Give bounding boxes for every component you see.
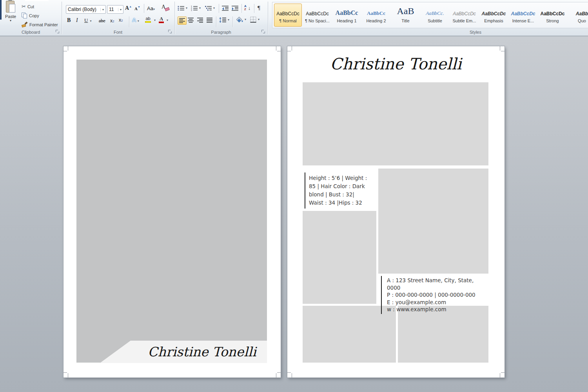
mini-separator xyxy=(254,4,254,13)
styles-group-label: Styles xyxy=(444,30,507,34)
font-size-dropdown-arrow[interactable]: ▾ xyxy=(118,8,122,11)
align-center-button[interactable] xyxy=(188,18,194,23)
mini-separator xyxy=(241,4,242,13)
format-painter-button[interactable]: Format Painter xyxy=(22,20,58,29)
paste-button[interactable]: Paste ▾ xyxy=(2,0,19,29)
borders-arrow[interactable]: ▾ xyxy=(258,18,260,21)
style-item-emphasis[interactable]: AaBbCcDc Emphasis xyxy=(480,4,508,27)
font-name-combobox[interactable]: Calibri (Body) ▾ xyxy=(66,5,106,14)
font-name-value: Calibri (Body) xyxy=(68,7,96,12)
shrink-font-button[interactable]: A ▼ xyxy=(134,6,140,11)
model-stats-text[interactable]: Height : 5’6 | Weight : 85 | Hair Color … xyxy=(305,172,381,209)
text-highlight-arrow[interactable]: ▾ xyxy=(154,19,156,22)
strikethrough-button[interactable]: abe xyxy=(99,18,105,24)
change-case-icon: Aa xyxy=(147,5,153,11)
paste-dropdown-arrow[interactable]: ▾ xyxy=(2,19,19,22)
clear-formatting-button[interactable]: A xyxy=(162,4,169,11)
superscript-button[interactable]: x2 xyxy=(119,17,123,23)
model-name-text[interactable]: Christine Tonelli xyxy=(148,344,256,359)
text-effects-button[interactable]: A ▾ xyxy=(132,16,139,23)
font-size-combobox[interactable]: 11 ▾ xyxy=(107,5,123,14)
font-color-button[interactable]: A xyxy=(159,16,164,23)
text-highlight-button[interactable]: ab xyxy=(145,16,151,23)
style-sample: AaBbCcDc xyxy=(510,4,537,17)
bold-button[interactable]: B xyxy=(67,17,71,24)
style-item-subtitle[interactable]: AaBbCc. Subtitle xyxy=(421,4,449,27)
shading-arrow[interactable]: ▾ xyxy=(245,18,246,21)
italic-button[interactable]: I xyxy=(76,17,78,24)
bold-icon: B xyxy=(67,17,71,24)
style-label: Emphasis xyxy=(484,17,503,23)
line-spacing-arrow[interactable]: ▾ xyxy=(228,18,229,22)
multilevel-list-button[interactable]: ▾ xyxy=(205,5,215,11)
underline-button[interactable]: U ▾ xyxy=(84,17,91,24)
cut-button[interactable]: ✂ Cut xyxy=(22,2,34,11)
style-sample: AaBbCcDc xyxy=(539,4,566,17)
style-item-heading2[interactable]: AaBbCc Heading 2 xyxy=(362,4,390,27)
photo-placeholder-right[interactable] xyxy=(378,169,488,274)
page2-title[interactable]: Christine Tonelli xyxy=(287,55,505,73)
photo-placeholder-top[interactable] xyxy=(303,82,488,165)
paragraph-dialog-launcher[interactable] xyxy=(261,30,265,34)
photo-placeholder-bottom-left[interactable] xyxy=(303,306,396,363)
clipboard-dialog-launcher[interactable] xyxy=(56,30,60,34)
change-case-button[interactable]: Aa ▾ xyxy=(147,5,155,11)
crop-mark xyxy=(500,46,500,51)
photo-placeholder-left[interactable] xyxy=(303,211,376,304)
contact-info-text[interactable]: A : 123 Street Name, City, State, 0000 P… xyxy=(381,276,483,314)
bullets-button[interactable]: ▾ xyxy=(178,5,187,11)
align-right-button[interactable] xyxy=(197,18,203,23)
style-sample: AaB xyxy=(392,4,419,17)
font-dialog-launcher[interactable] xyxy=(168,30,172,34)
paragraph-group-label: Paragraph xyxy=(174,30,268,34)
grow-font-button[interactable]: A ▲ xyxy=(125,5,132,11)
sort-button[interactable]: A Z ↓ xyxy=(244,5,250,11)
paste-label: Paste xyxy=(2,14,19,19)
shading-button[interactable]: ▾ xyxy=(236,16,246,23)
numbering-icon: 1 2 3 xyxy=(191,5,198,11)
style-item-subtle-emphasis[interactable]: AaBbCcDc Subtle Em... xyxy=(450,4,478,27)
pilcrow-icon: ¶ xyxy=(258,5,260,11)
styles-gallery: AaBbCcDc ¶ Normal AaBbCcDc ¶ No Spaci...… xyxy=(272,2,588,28)
font-name-dropdown-arrow[interactable]: ▾ xyxy=(100,8,104,11)
font-color-arrow[interactable]: ▾ xyxy=(167,19,168,22)
show-hide-pilcrow-button[interactable]: ¶ xyxy=(258,5,260,11)
crop-mark xyxy=(501,372,505,373)
bullets-arrow[interactable]: ▾ xyxy=(186,7,187,10)
crop-mark xyxy=(292,46,292,51)
multilevel-arrow[interactable]: ▾ xyxy=(213,7,215,10)
page-2[interactable]: Christine Tonelli Height : 5’6 | Weight … xyxy=(287,46,505,377)
page-1[interactable]: Christine Tonelli xyxy=(64,46,281,377)
subscript-button[interactable]: x2 xyxy=(110,18,114,24)
photo-placeholder-bottom-right[interactable] xyxy=(398,306,488,363)
highlight-icon: ab xyxy=(145,16,150,21)
align-left-button[interactable] xyxy=(178,16,187,25)
style-item-intense-emphasis[interactable]: AaBbCcDc Intense E... xyxy=(509,4,537,27)
borders-button[interactable]: ▾ xyxy=(250,16,260,23)
document-canvas: Christine Tonelli Christine Tonelli Heig… xyxy=(0,36,588,392)
text-effects-arrow[interactable]: ▾ xyxy=(138,20,139,23)
style-item-normal[interactable]: AaBbCcDc ¶ Normal xyxy=(274,4,302,27)
increase-indent-button[interactable] xyxy=(232,5,238,11)
style-label: Subtitle xyxy=(428,17,442,23)
font-color-bar xyxy=(159,22,164,23)
photo-placeholder-main[interactable] xyxy=(76,60,267,363)
style-item-no-spacing[interactable]: AaBbCcDc ¶ No Spaci... xyxy=(303,4,331,27)
numbering-arrow[interactable]: ▾ xyxy=(199,7,201,10)
mini-separator xyxy=(219,4,219,13)
style-item-title[interactable]: AaB Title xyxy=(392,4,419,27)
numbering-button[interactable]: 1 2 3 ▾ xyxy=(191,5,201,11)
crop-mark xyxy=(287,372,291,373)
cut-label: Cut xyxy=(27,4,34,9)
model-name-title-text[interactable]: Christine Tonelli xyxy=(330,55,461,73)
underline-arrow[interactable]: ▾ xyxy=(90,20,91,23)
justify-button[interactable] xyxy=(207,18,212,23)
decrease-indent-button[interactable] xyxy=(222,5,229,11)
copy-button[interactable]: Copy xyxy=(22,11,39,20)
style-label: ¶ No Spaci... xyxy=(305,17,330,23)
strikethrough-icon: abe xyxy=(99,18,105,24)
style-item-quote[interactable]: AaBb Quo xyxy=(568,4,588,27)
style-item-heading1[interactable]: AaBbCc Heading 1 xyxy=(333,4,361,27)
line-spacing-button[interactable]: ▾ xyxy=(219,17,229,23)
style-item-strong[interactable]: AaBbCcDc Strong xyxy=(539,4,566,27)
